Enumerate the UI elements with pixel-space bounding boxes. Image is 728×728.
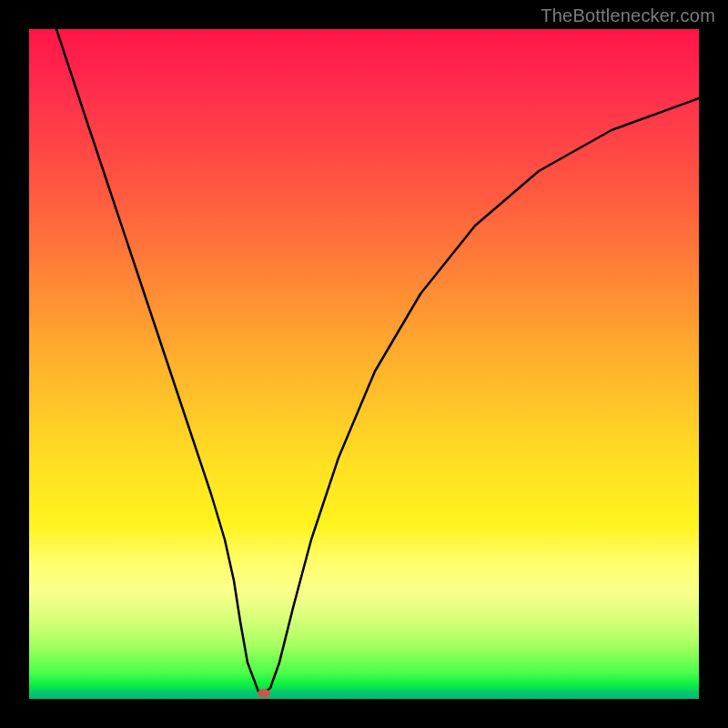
optimum-marker [258, 689, 270, 698]
plot-area [29, 29, 699, 699]
chart-frame: TheBottlenecker.com [0, 0, 728, 728]
watermark-text: TheBottlenecker.com [541, 5, 715, 26]
bottleneck-curve [29, 29, 699, 699]
